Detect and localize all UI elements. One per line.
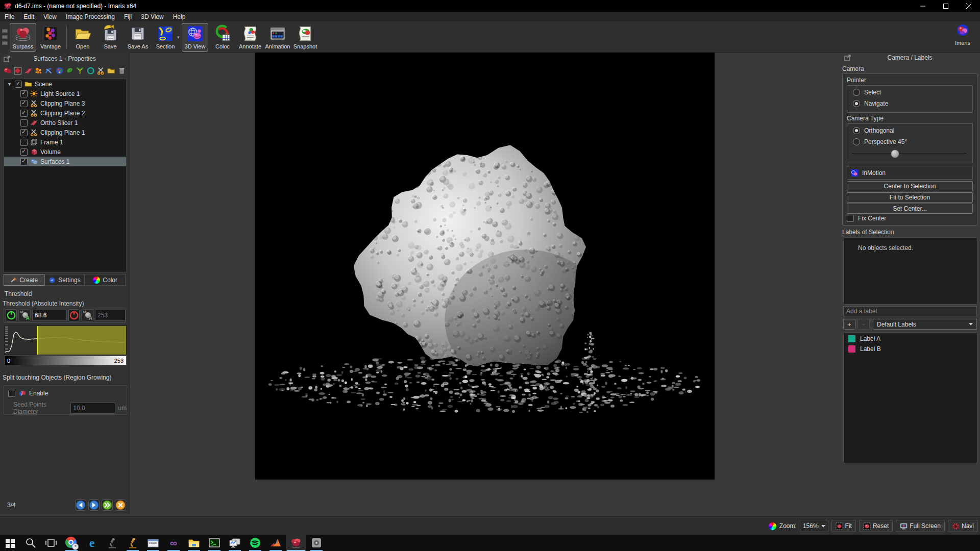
taskbar-performance-monitor-icon[interactable] [225, 535, 245, 551]
camera-type-perspective[interactable]: Perspective 45° [853, 138, 907, 145]
intensity-gradient-bar[interactable]: 0 253 [4, 356, 127, 365]
select-radio[interactable] [853, 89, 860, 96]
tab-create[interactable]: Create [4, 274, 44, 286]
label-list-item[interactable]: Label B [848, 344, 977, 353]
add-label-input[interactable] [843, 306, 977, 316]
popout-icon[interactable] [4, 55, 11, 62]
3d-viewport[interactable] [255, 53, 715, 480]
taskbar-edge-icon[interactable]: e [82, 535, 102, 551]
pointer-option-select[interactable]: Select [853, 89, 881, 96]
menu-view[interactable]: View [39, 13, 61, 20]
threshold-histogram[interactable] [4, 325, 127, 355]
delete-object-icon[interactable] [117, 66, 126, 76]
toolbar-button-surpass[interactable]: Surpass [10, 23, 36, 52]
fix-center-checkbox[interactable] [847, 215, 854, 222]
reset-button[interactable]: Reset [859, 520, 893, 532]
perspective-slider[interactable] [852, 150, 967, 158]
slider-track[interactable] [852, 153, 967, 155]
fit-to-selection-button[interactable]: Fit to Selection [847, 192, 973, 203]
orthogonal-radio[interactable] [853, 127, 860, 134]
taskbar-matlab-icon[interactable] [265, 535, 286, 551]
label-list-item[interactable]: Label A [848, 334, 977, 343]
tree-row-volume[interactable]: Volume [4, 147, 126, 157]
tab-settings[interactable]: Settings [44, 274, 85, 286]
wizard-finish-button[interactable] [102, 499, 113, 511]
inmotion-button[interactable]: InMotion [847, 166, 973, 180]
tree-row-surfaces[interactable]: Surfaces 1 [4, 157, 126, 166]
popout-icon[interactable] [844, 54, 851, 61]
tree-row-clipping-plane-2[interactable]: Clipping Plane 2 [4, 108, 126, 118]
menu-help[interactable]: Help [168, 13, 190, 20]
add-transform-icon[interactable] [86, 66, 95, 76]
add-cells-icon[interactable] [55, 66, 64, 76]
taskbar-file-explorer-icon[interactable] [184, 535, 204, 551]
add-leaf-icon[interactable] [65, 66, 74, 76]
add-label-button[interactable]: + [843, 319, 855, 330]
add-clipping-plane-icon[interactable] [96, 66, 105, 76]
wizard-next-button[interactable] [88, 499, 100, 511]
add-measurement-points-icon[interactable] [76, 66, 84, 76]
color-wheel-icon[interactable] [769, 522, 776, 530]
light-source-checkbox[interactable] [20, 90, 28, 97]
menu-fiji[interactable]: Fiji [119, 13, 136, 20]
high-threshold-power-button[interactable] [68, 309, 80, 321]
close-button[interactable] [957, 0, 980, 12]
add-reference-frame-icon[interactable] [13, 66, 22, 76]
threshold-line[interactable] [37, 326, 38, 355]
minimize-button[interactable] [911, 0, 934, 12]
toolbar-button-animation[interactable]: Animation [264, 23, 291, 52]
camera-type-orthogonal[interactable]: Orthogonal [853, 127, 894, 134]
toolbar-button-vantage[interactable]: Vantage [37, 23, 64, 52]
tree-row-ortho-slicer[interactable]: Ortho Slicer 1 [4, 118, 126, 128]
add-surfaces-icon[interactable] [3, 66, 12, 76]
toolbar-button-coloc[interactable]: Coloc [209, 23, 236, 52]
toolbar-gripper[interactable] [2, 26, 8, 48]
start-button[interactable] [0, 535, 20, 551]
taskbar-terminal-icon[interactable] [204, 535, 225, 551]
perspective-radio[interactable] [853, 138, 860, 145]
tree-row-clipping-plane-3[interactable]: Clipping Plane 3 [4, 98, 126, 108]
add-filaments-icon[interactable] [44, 66, 53, 76]
toolbar-button-3d-view[interactable]: 3D View [182, 23, 208, 52]
taskbar-visual-studio-icon[interactable]: ∞ [163, 535, 184, 551]
clipping-plane-2-checkbox[interactable] [20, 110, 28, 117]
clipping-plane-1-checkbox[interactable] [20, 129, 28, 136]
toolbar-button-save[interactable]: Save [97, 23, 124, 52]
split-enable-checkbox[interactable] [8, 390, 15, 397]
taskbar-imagej-window-icon[interactable] [143, 535, 163, 551]
center-to-selection-button[interactable]: Center to Selection [847, 181, 973, 191]
high-manual-auto-toggle[interactable]: MA [81, 309, 93, 321]
navigate-radio[interactable] [853, 100, 860, 107]
expander-icon[interactable]: ▼ [7, 82, 12, 87]
tree-row-scene[interactable]: ▼ Scene [4, 79, 126, 89]
low-threshold-power-button[interactable] [6, 309, 17, 321]
add-ortho-slicer-icon[interactable] [24, 66, 33, 76]
pointer-option-navigate[interactable]: Navigate [853, 100, 888, 107]
taskbar-plugin-icon[interactable] [306, 535, 327, 551]
tab-color[interactable]: Color [85, 274, 126, 286]
remove-label-button[interactable]: - [857, 319, 870, 330]
search-icon[interactable] [20, 535, 41, 551]
taskbar-chrome-icon[interactable] [61, 535, 82, 551]
labels-dropdown[interactable]: Default Labels [873, 319, 977, 330]
maximize-button[interactable] [934, 0, 957, 12]
fix-center-row[interactable]: Fix Center [847, 215, 886, 222]
navi-button[interactable]: Navi [948, 520, 978, 532]
menu-3d-view[interactable]: 3D View [136, 13, 168, 20]
toolbar-button-snapshot[interactable]: Snapshot [292, 23, 318, 52]
add-group-folder-icon[interactable] [107, 66, 115, 76]
ortho-slicer-checkbox[interactable] [20, 119, 28, 127]
section-dropdown-arrow[interactable]: ▾ [177, 35, 181, 40]
toolbar-button-open[interactable]: Open [69, 23, 96, 52]
taskbar-spotify-icon[interactable] [245, 535, 265, 551]
menu-edit[interactable]: Edit [19, 13, 39, 20]
seed-points-input[interactable] [70, 403, 115, 414]
menu-file[interactable]: File [0, 13, 19, 20]
toolbar-button-save-as[interactable]: Save As [125, 23, 151, 52]
volume-checkbox[interactable] [20, 148, 28, 156]
clipping-plane-3-checkbox[interactable] [20, 100, 28, 107]
scene-checkbox[interactable] [15, 81, 22, 88]
wizard-back-button[interactable] [75, 499, 86, 511]
slider-handle[interactable] [891, 149, 899, 158]
surfaces-checkbox[interactable] [20, 158, 28, 165]
